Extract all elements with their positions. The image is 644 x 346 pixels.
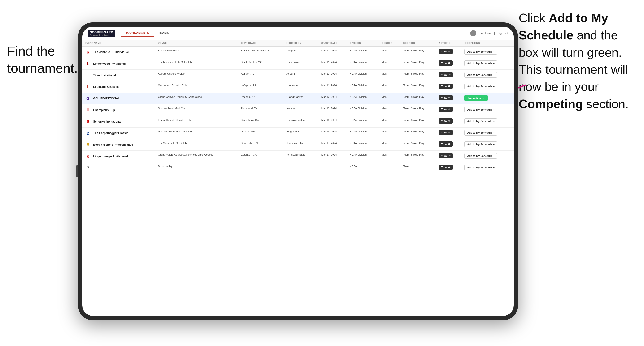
- actions-cell: View 👁: [436, 70, 462, 81]
- separator: |: [494, 32, 495, 35]
- view-button[interactable]: View 👁: [439, 118, 453, 124]
- gender-cell: Men: [379, 93, 401, 104]
- event-name-cell: H Champions Cup: [82, 104, 156, 116]
- col-start-date: START DATE: [319, 40, 348, 46]
- event-name-text: GCU INVITATIONAL: [93, 97, 120, 100]
- add-schedule-button[interactable]: Add to My Schedule +: [464, 153, 497, 159]
- view-button[interactable]: View 👁: [439, 153, 453, 158]
- team-logo: L: [85, 60, 91, 67]
- table-row: B The Carpetbagger Classic Worthington M…: [82, 128, 514, 139]
- sign-out-link[interactable]: Sign out: [498, 32, 508, 35]
- city-cell: Saint Charles, MO: [239, 58, 284, 70]
- plus-icon: +: [493, 50, 494, 53]
- col-venue: VENUE: [156, 40, 239, 46]
- division-cell: NCAA Division I: [348, 46, 379, 58]
- logo-sub: Powered by clippd: [90, 34, 113, 36]
- gender-cell: Men: [379, 81, 401, 93]
- team-logo: B: [85, 130, 91, 137]
- table-row: R The Johnnie - O Individual Sea Palms R…: [82, 46, 514, 58]
- table-row: T Tiger Invitational Auburn University C…: [82, 70, 514, 81]
- actions-cell: View 👁: [436, 81, 462, 93]
- event-name-cell: ?: [82, 162, 156, 174]
- division-cell: NCAA Division I: [348, 116, 379, 128]
- plus-icon: +: [493, 120, 494, 123]
- col-hosted-by: HOSTED BY: [284, 40, 319, 46]
- add-schedule-button[interactable]: Add to My Schedule +: [464, 118, 497, 124]
- view-button[interactable]: View 👁: [439, 72, 453, 77]
- tab-teams[interactable]: TEAMS: [154, 29, 174, 37]
- start-date-cell: Mar 16, 2024: [319, 128, 348, 139]
- scoring-cell: Team, Stroke Play: [401, 116, 436, 128]
- scoring-cell: Team, Stroke Play: [401, 93, 436, 104]
- add-schedule-button[interactable]: Add to My Schedule +: [464, 60, 497, 66]
- gender-cell: Men: [379, 139, 401, 151]
- venue-cell: The Missouri Bluffs Golf Club: [156, 58, 239, 70]
- event-name-text: The Johnnie - O Individual: [93, 50, 129, 54]
- add-schedule-button[interactable]: Add to My Schedule +: [464, 130, 497, 136]
- venue-cell: Shadow Hawk Golf Club: [156, 104, 239, 116]
- event-name-text: The Carpetbagger Classic: [93, 132, 128, 135]
- competing-cell: Add to My Schedule +: [462, 104, 514, 116]
- logo-area: SCOREBOARD Powered by clippd: [88, 29, 115, 37]
- view-button[interactable]: View 👁: [439, 49, 453, 54]
- scoring-cell: Team, Stroke Play: [401, 151, 436, 162]
- view-button[interactable]: View 👁: [439, 84, 453, 89]
- logo-text: SCOREBOARD: [90, 30, 113, 34]
- add-schedule-button[interactable]: Add to My Schedule +: [464, 72, 497, 78]
- venue-cell: Great Waters Course At Reynolds Lake Oco…: [156, 151, 239, 162]
- division-cell: NCAA Division I: [348, 70, 379, 81]
- eye-icon: 👁: [448, 166, 450, 169]
- add-schedule-button[interactable]: Add to My Schedule +: [464, 165, 497, 170]
- city-cell: Richmond, TX: [239, 104, 284, 116]
- view-button[interactable]: View 👁: [439, 107, 453, 112]
- gender-cell: Men: [379, 58, 401, 70]
- view-button[interactable]: View 👁: [439, 60, 453, 66]
- competing-button[interactable]: Competing ✓: [464, 95, 488, 101]
- start-date-cell: Mar 17, 2024: [319, 151, 348, 162]
- plus-icon: +: [493, 85, 494, 88]
- team-logo: L: [85, 84, 91, 90]
- view-button[interactable]: View 👁: [439, 95, 453, 100]
- scoring-cell: Team, Stroke Play: [401, 46, 436, 58]
- city-cell: Phoenix, AZ: [239, 93, 284, 104]
- event-name-text: Linger Longer Invitational: [93, 155, 128, 158]
- gender-cell: Men: [379, 151, 401, 162]
- start-date-cell: Mar 11, 2024: [319, 58, 348, 70]
- avatar: [470, 30, 476, 36]
- add-schedule-button[interactable]: Add to My Schedule +: [464, 84, 497, 89]
- view-button[interactable]: View 👁: [439, 165, 453, 170]
- event-name-text: Tiger Invitational: [93, 74, 116, 77]
- division-cell: NCAA Division I: [348, 93, 379, 104]
- city-cell: Sevierville, TN: [239, 139, 284, 151]
- add-schedule-button[interactable]: Add to My Schedule +: [464, 49, 497, 55]
- competing-cell: Add to My Schedule +: [462, 151, 514, 162]
- tournaments-table: EVENT NAME VENUE CITY, STATE HOSTED BY S…: [82, 40, 514, 174]
- scoring-cell: Team, Stroke Play: [401, 58, 436, 70]
- table-row: B Bobby Nichols Intercollegiate The Sevi…: [82, 139, 514, 151]
- col-division: DIVISION: [348, 40, 379, 46]
- actions-cell: View 👁: [436, 139, 462, 151]
- venue-cell: Sea Palms Resort: [156, 46, 239, 58]
- user-label: Test User: [479, 32, 491, 35]
- tablet-screen: SCOREBOARD Powered by clippd TOURNAMENTS…: [82, 27, 514, 316]
- event-name-cell: R The Johnnie - O Individual: [82, 46, 156, 58]
- hosted-by-cell: Lindenwood: [284, 58, 319, 70]
- add-schedule-button[interactable]: Add to My Schedule +: [464, 107, 497, 112]
- view-button[interactable]: View 👁: [439, 142, 453, 147]
- actions-cell: View 👁: [436, 151, 462, 162]
- annotation-left: Find the tournament.: [7, 42, 83, 77]
- tablet-device: SCOREBOARD Powered by clippd TOURNAMENTS…: [78, 22, 518, 320]
- team-logo: H: [85, 107, 91, 113]
- plus-icon: +: [493, 143, 494, 146]
- eye-icon: 👁: [448, 97, 450, 99]
- start-date-cell: Mar 11, 2024: [319, 81, 348, 93]
- annotation-left-text: Find the tournament.: [7, 43, 78, 76]
- header-left: SCOREBOARD Powered by clippd TOURNAMENTS…: [88, 29, 174, 37]
- tab-tournaments[interactable]: TOURNAMENTS: [121, 29, 154, 37]
- city-cell: Lafayette, LA: [239, 81, 284, 93]
- add-schedule-button[interactable]: Add to My Schedule +: [464, 142, 497, 147]
- competing-cell: Add to My Schedule +: [462, 139, 514, 151]
- view-button[interactable]: View 👁: [439, 130, 453, 135]
- competing-cell: Add to My Schedule +: [462, 128, 514, 139]
- col-city-state: CITY, STATE: [239, 40, 284, 46]
